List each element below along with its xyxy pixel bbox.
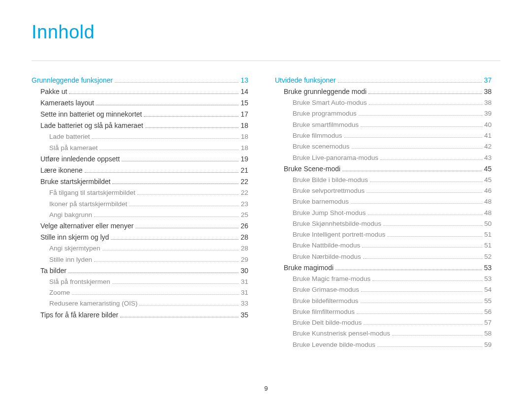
toc-entry-label: Bruke bildefiltermodus — [293, 296, 359, 307]
toc-entry[interactable]: Bruke Nattbilde-modus51 — [275, 240, 492, 251]
toc-entry[interactable]: Ikoner på startskjermbildet23 — [32, 199, 248, 210]
toc-entry-page: 18 — [240, 120, 248, 131]
toc-entry[interactable]: Redusere kameraristing (OIS)33 — [32, 298, 248, 309]
toc-entry[interactable]: Bruke Jump Shot-modus48 — [275, 208, 492, 218]
toc-entry-page: 40 — [484, 120, 492, 130]
toc-entry[interactable]: Kameraets layout15 — [32, 97, 248, 109]
toc-entry[interactable]: Ta bilder30 — [32, 265, 248, 277]
toc-entry[interactable]: Bruke Smart Auto-modus38 — [275, 97, 492, 108]
toc-entry[interactable]: Bruke barnemodus48 — [275, 196, 492, 207]
toc-entry-page: 59 — [484, 339, 492, 350]
toc-entry-label: Bruke scenemodus — [293, 141, 350, 152]
toc-entry-page: 13 — [240, 75, 248, 86]
toc-leader — [387, 236, 482, 237]
toc-entry-label: Sette inn batteriet og minnekortet — [40, 109, 142, 120]
toc-entry-page: 45 — [484, 163, 492, 175]
toc-entry-label: Kameraets layout — [40, 97, 94, 109]
toc-entry[interactable]: Zoome31 — [32, 287, 248, 298]
toc-entry[interactable]: Bruke Kunstnerisk pensel-modus58 — [275, 328, 492, 339]
toc-entry[interactable]: Grunnleggende funksjoner13 — [32, 75, 248, 86]
toc-entry[interactable]: Bruke Magic frame-modus53 — [275, 274, 492, 284]
toc-entry-label: Ta bilder — [40, 265, 66, 277]
toc-entry-page: 22 — [241, 187, 248, 198]
toc-entry[interactable]: Bruke selvportrettmodus46 — [275, 185, 492, 196]
toc-entry-label: Tips for å få klarere bilder — [40, 309, 118, 321]
toc-entry[interactable]: Bruke Grimase-modus54 — [275, 284, 492, 295]
toc-entry[interactable]: Lade batteriet18 — [32, 131, 248, 142]
toc-entry[interactable]: Bruke Levende bilde-modus59 — [275, 339, 492, 350]
toc-entry[interactable]: Bruke Delt bilde-modus57 — [275, 317, 492, 328]
toc-entry[interactable]: Bruke Skjønnhetsbilde-modus50 — [275, 218, 492, 229]
toc-entry[interactable]: Bruke Live-panorama-modus43 — [275, 153, 492, 163]
toc-entry-page: 51 — [484, 240, 492, 251]
toc-entry[interactable]: Sette inn batteriet og minnekortet17 — [32, 109, 248, 120]
toc-entry[interactable]: Pakke ut14 — [32, 86, 248, 97]
toc-leader — [362, 247, 482, 247]
toc-leader — [144, 116, 238, 117]
toc-entry-label: Bruke selvportrettmodus — [293, 185, 365, 196]
toc-entry[interactable]: Lære ikonene21 — [32, 165, 248, 176]
toc-leader — [94, 216, 239, 217]
toc-entry-page: 31 — [241, 277, 248, 287]
toc-entry[interactable]: Slå på frontskjermen31 — [32, 277, 248, 287]
toc-entry-label: Zoome — [49, 287, 70, 298]
toc-entry-page: 41 — [484, 130, 492, 141]
toc-entry[interactable]: Bruke magimodi53 — [275, 262, 492, 274]
toc-entry[interactable]: Bruke Scene-modi45 — [275, 163, 492, 175]
toc-entry[interactable]: Bruke scenemodus42 — [275, 141, 492, 152]
toc-leader — [338, 82, 482, 83]
toc-entry[interactable]: Bruke smartfilmmodus40 — [275, 120, 492, 130]
page-title: Innhold — [32, 22, 500, 47]
toc-entry-page: 19 — [240, 154, 248, 165]
toc-entry[interactable]: Lade batteriet og slå på kameraet18 — [32, 120, 248, 131]
toc-leader — [361, 126, 482, 127]
toc-entry-label: Bruke Levende bilde-modus — [293, 339, 375, 350]
toc-entry-page: 15 — [240, 97, 248, 109]
toc-entry[interactable]: Bruke filmmodus41 — [275, 130, 492, 141]
toc-entry[interactable]: Stille inn lyden29 — [32, 254, 248, 265]
toc-entry-label: Bruke Nattbilde-modus — [293, 240, 360, 251]
toc-entry[interactable]: Bruke filmfiltermodus56 — [275, 307, 492, 317]
toc-leader — [135, 228, 238, 228]
toc-entry[interactable]: Stille inn skjerm og lyd28 — [32, 232, 248, 243]
toc-leader — [342, 171, 482, 171]
toc-leader — [383, 225, 482, 226]
toc-entry-label: Bruke grunnleggende modi — [284, 86, 366, 97]
toc-leader — [111, 239, 238, 240]
toc-entry-label: Bruke Delt bilde-modus — [293, 317, 362, 328]
toc-entry[interactable]: Få tilgang til startskjermbildet22 — [32, 187, 248, 198]
toc-entry-label: Bruke Scene-modi — [284, 163, 340, 175]
toc-leader — [369, 104, 482, 105]
toc-entry[interactable]: Angi skjermtypen28 — [32, 243, 248, 254]
toc-entry-page: 58 — [484, 328, 492, 339]
toc-entry[interactable]: Bruke Intelligent portrett-modus51 — [275, 229, 492, 240]
toc-entry-page: 22 — [240, 176, 248, 187]
toc-entry[interactable]: Utvidede funksjoner37 — [275, 75, 492, 86]
toc-entry-page: 42 — [484, 141, 492, 152]
toc-entry[interactable]: Bruke Bilde i bilde-modus45 — [275, 175, 492, 185]
toc-leader — [69, 93, 238, 94]
toc-entry-label: Bruke Skjønnhetsbilde-modus — [293, 218, 381, 229]
toc-leader — [120, 317, 238, 317]
toc-entry[interactable]: Slå på kameraet18 — [32, 143, 248, 154]
toc-entry[interactable]: Bruke programmodus39 — [275, 108, 492, 119]
toc-leader — [115, 82, 238, 83]
toc-entry[interactable]: Angi bakgrunn25 — [32, 210, 248, 220]
toc-entry[interactable]: Bruke grunnleggende modi38 — [275, 86, 492, 97]
toc-leader — [352, 148, 482, 149]
toc-entry[interactable]: Tips for å få klarere bilder35 — [32, 309, 248, 321]
toc-entry-label: Angi skjermtypen — [49, 243, 100, 254]
toc-entry[interactable]: Velge alternativer eller menyer26 — [32, 220, 248, 232]
toc-entry[interactable]: Bruke startskjermbildet22 — [32, 176, 248, 187]
toc-leader — [377, 346, 482, 347]
toc-leader — [364, 324, 482, 325]
toc-entry-label: Stille inn skjerm og lyd — [40, 232, 109, 243]
toc-leader — [335, 270, 482, 270]
toc-entry[interactable]: Utføre innledende oppsett19 — [32, 154, 248, 165]
toc-entry[interactable]: Bruke bildefiltermodus55 — [275, 296, 492, 307]
toc-entry-page: 50 — [484, 218, 492, 229]
toc-entry-label: Bruke barnemodus — [293, 196, 349, 207]
toc-entry[interactable]: Bruke Nærbilde-modus52 — [275, 251, 492, 262]
toc-entry-page: 38 — [484, 97, 492, 108]
toc-entry-label: Lade batteriet — [49, 131, 90, 142]
